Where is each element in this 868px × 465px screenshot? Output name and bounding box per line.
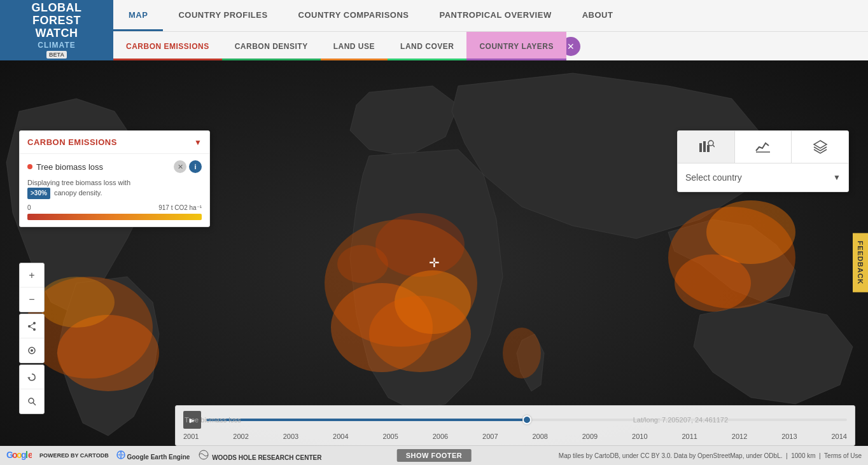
sub-nav: CARBON EMISSIONS CARBON DENSITY LAND USE… (113, 32, 868, 60)
nav-country-comparisons[interactable]: COUNTRY COMPARISONS (283, 0, 424, 31)
timeline-fill (206, 419, 527, 421)
year-2006[interactable]: 2006 (433, 433, 448, 440)
utility-controls (19, 364, 45, 414)
refresh-icon (27, 372, 37, 382)
country-select-chevron: ▼ (833, 173, 841, 182)
subnav-land-cover[interactable]: LAND COVER (388, 32, 466, 60)
subnav-carbon-density[interactable]: CARBON DENSITY (222, 32, 321, 60)
svg-point-8 (706, 200, 795, 264)
search-location-button[interactable] (20, 389, 44, 413)
scale-max: 917 t CO2 ha⁻¹ (158, 204, 202, 211)
country-panel-tabs (678, 131, 848, 163)
layer-info-btn[interactable]: i (189, 160, 202, 173)
zoom-controls: + − (19, 263, 45, 312)
cartodb-logo: POWERED BY CARTODB (39, 452, 109, 459)
timeline-controls: ▶ (183, 411, 847, 429)
svg-line-23 (29, 323, 34, 326)
year-2010[interactable]: 2010 (632, 433, 647, 440)
year-2002[interactable]: 2002 (233, 433, 248, 440)
year-2003[interactable]: 2003 (283, 433, 298, 440)
biomass-description: Displaying tree biomass loss with >30% c… (27, 178, 202, 199)
year-2012[interactable]: 2012 (732, 433, 747, 440)
zoom-out-button[interactable]: − (20, 288, 44, 312)
latlng-display: Lat/long: 7.205207, 24.461172 (633, 416, 728, 424)
layers-toggle-button[interactable] (20, 338, 44, 363)
map-attribution: Map tiles by CartoDB, under CC BY 3.0. D… (559, 452, 862, 459)
timeline-panel: ▶ 2001 2002 2003 2004 2005 2006 2007 200… (175, 405, 855, 446)
scale-min: 0 (27, 204, 31, 211)
year-2009[interactable]: 2009 (582, 433, 598, 440)
carbon-panel-header: CARBON EMISSIONS ▼ (20, 131, 209, 154)
country-select-label: Select country (685, 172, 742, 183)
country-layers-panel: Select country ▼ (677, 130, 849, 192)
footer-bar: G o o g l e POWERED BY CARTODB Google Ea… (0, 446, 868, 465)
nav-map[interactable]: MAP (113, 0, 163, 31)
feedback-button[interactable]: FEEDBACK (853, 233, 868, 292)
map-controls: + − (19, 263, 45, 414)
terms-of-use-link[interactable]: Terms of Use (824, 452, 862, 459)
svg-point-9 (675, 254, 751, 312)
nav-country-profiles[interactable]: COUNTRY PROFILES (163, 0, 283, 31)
subnav-carbon-emissions[interactable]: CARBON EMISSIONS (113, 32, 222, 60)
analysis-icon (697, 138, 715, 156)
year-2011[interactable]: 2011 (682, 433, 697, 440)
carbon-panel-dropdown-arrow[interactable]: ▼ (194, 138, 202, 147)
tree-biomass-dot (27, 164, 32, 169)
scale-row: 0 917 t CO2 ha⁻¹ (27, 204, 202, 211)
timeline-track[interactable] (206, 419, 847, 421)
chart-icon (754, 138, 772, 156)
carbon-panel-title: CARBON EMISSIONS (27, 137, 117, 147)
svg-line-17 (713, 145, 715, 147)
show-footer-button[interactable]: SHOW FOOTER (397, 449, 472, 462)
logo-text: GLOBAL FOREST WATCH CLIMATE (32, 2, 82, 50)
map[interactable]: ✛ CARBON EMISSIONS ▼ Tree biomass loss ✕… (0, 60, 868, 465)
search-icon (27, 396, 37, 406)
year-2008[interactable]: 2008 (532, 433, 547, 440)
year-2004[interactable]: 2004 (333, 433, 348, 440)
refresh-button[interactable] (20, 365, 44, 389)
nav-about[interactable]: ABOUT (567, 0, 629, 31)
year-2001[interactable]: 2001 (183, 433, 199, 440)
logo-climate: CLIMATE (32, 41, 82, 50)
woods-hole-logo: WOODS HOLE RESEARCH CENTER (197, 450, 321, 461)
country-layers-tab[interactable] (792, 131, 848, 163)
layers-toggle-icon (27, 345, 37, 356)
timeline-thumb[interactable] (522, 415, 531, 424)
subnav-country-layers[interactable]: COUNTRY LAYERS (466, 32, 566, 60)
country-chart-tab[interactable] (735, 131, 792, 163)
carbon-panel-body: Tree biomass loss ✕ i Displaying tree bi… (20, 154, 209, 226)
layers-icon (811, 138, 829, 156)
year-2014[interactable]: 2014 (831, 433, 846, 440)
header: GLOBAL FOREST WATCH CLIMATE BETA MAP COU… (0, 0, 868, 60)
country-select-dropdown[interactable]: Select country ▼ (678, 163, 848, 191)
country-analysis-tab[interactable] (678, 131, 735, 163)
svg-point-11 (337, 245, 388, 283)
map-crosshair: ✛ (428, 256, 440, 269)
year-2005[interactable]: 2005 (382, 433, 398, 440)
year-2007[interactable]: 2007 (482, 433, 498, 440)
layer-remove-btn[interactable]: ✕ (174, 160, 186, 173)
year-2013[interactable]: 2013 (781, 433, 797, 440)
svg-text:e: e (28, 450, 32, 460)
share-button[interactable] (20, 314, 44, 338)
svg-rect-14 (703, 141, 706, 152)
subnav-land-use[interactable]: LAND USE (321, 32, 388, 60)
earth-engine-logo: Google Earth Engine (116, 450, 190, 461)
tree-biomass-row: Tree biomass loss ✕ i (27, 160, 202, 173)
tree-loss-map-label: Tree biomass loss (185, 416, 241, 424)
svg-line-24 (29, 326, 34, 330)
google-logo: G o o g l e (6, 450, 32, 461)
woods-hole-icon (197, 450, 210, 460)
logo[interactable]: GLOBAL FOREST WATCH CLIMATE BETA (0, 0, 113, 60)
carbon-emissions-panel: CARBON EMISSIONS ▼ Tree biomass loss ✕ i… (19, 130, 210, 227)
nav-pantropical[interactable]: PANTROPICAL OVERVIEW (424, 0, 567, 31)
share-icon (27, 321, 37, 331)
canopy-density-badge: >30% (27, 188, 50, 199)
svg-line-28 (33, 403, 36, 405)
svg-marker-19 (814, 141, 827, 148)
timeline-years: 2001 2002 2003 2004 2005 2006 2007 2008 … (183, 433, 847, 440)
logo-beta: BETA (46, 51, 67, 59)
google-icon: G o o g l e (6, 450, 32, 460)
tree-biomass-icons: ✕ i (174, 160, 202, 173)
zoom-in-button[interactable]: + (20, 263, 44, 288)
